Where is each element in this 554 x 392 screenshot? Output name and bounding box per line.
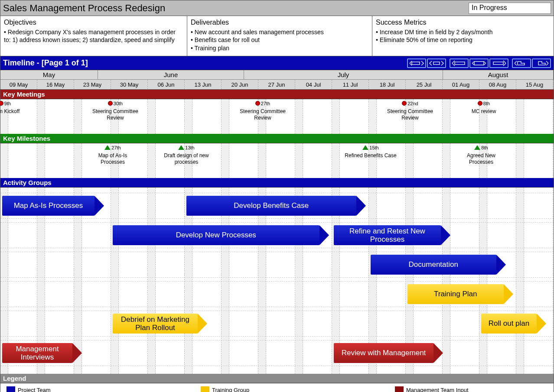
metrics-heading: Success Metrics — [376, 18, 550, 27]
meeting-marker[interactable]: 22ndSteering Committee Review — [384, 101, 436, 121]
milestone-triangle-icon — [104, 145, 111, 150]
milestone-date: 8th — [481, 145, 488, 151]
deliverables-item: • Benefits case for roll out — [191, 36, 368, 44]
zoom-out-icon[interactable] — [407, 58, 426, 68]
activity-label: Documentation — [406, 260, 461, 269]
page-prev-icon[interactable] — [512, 58, 531, 68]
dates-row: 09 May16 May23 May30 May06 Jun13 Jun20 J… — [0, 80, 554, 90]
meeting-label: Steering Committee Review — [237, 108, 289, 121]
legend-item: Training Group — [201, 386, 383, 392]
meeting-date: 22nd — [407, 101, 418, 107]
date-label: 27 Jun — [258, 80, 295, 89]
meeting-dot-icon — [478, 101, 482, 106]
activity-bar[interactable]: Debrief on Marketing Plan Rollout — [113, 314, 198, 334]
date-label: 15 Aug — [516, 80, 553, 89]
meeting-dot-icon — [255, 101, 260, 106]
objectives-heading: Objectives — [4, 18, 183, 27]
timeline-title: Timeline - [Page 1 of 1] — [3, 58, 407, 68]
activity-label: Review with Management — [339, 349, 429, 357]
activity-label: Roll out plan — [486, 319, 532, 328]
date-label: 01 Aug — [443, 80, 479, 89]
scroll-left-icon[interactable] — [450, 58, 469, 68]
milestone-marker[interactable]: 13thDraft design of new processes — [160, 145, 212, 165]
summary-panels: Objectives • Redesign Company X's sales … — [0, 16, 554, 56]
objectives-panel: Objectives • Redesign Company X's sales … — [0, 16, 187, 56]
activity-label: Develop New Processes — [173, 231, 259, 240]
deliverables-panel: Deliverables • New account and sales man… — [187, 16, 372, 56]
activity-row — [0, 340, 554, 366]
scroll-right-icon[interactable] — [489, 58, 508, 68]
activity-bar[interactable]: Review with Management — [334, 343, 433, 363]
deliverables-item: • New account and sales management proce… — [191, 28, 368, 36]
legend-swatch-icon — [7, 386, 15, 392]
fit-icon[interactable] — [469, 58, 489, 68]
activity-bar[interactable]: Develop Benefits Case — [186, 196, 356, 216]
date-label: 11 Jul — [332, 80, 369, 89]
meeting-label: Team Kickoff — [0, 108, 31, 115]
milestone-marker[interactable]: 8thAgreed New Processes — [455, 145, 507, 165]
milestones-header: Key Milestones — [0, 134, 554, 143]
milestone-date: 15th — [369, 145, 378, 151]
activity-bar[interactable]: Map As-Is Processes — [2, 196, 95, 216]
meeting-marker[interactable]: 9thTeam Kickoff — [0, 101, 31, 115]
meeting-marker[interactable]: 27thSteering Committee Review — [237, 101, 289, 121]
date-label: 09 May — [0, 80, 37, 89]
milestone-marker[interactable]: 15thRefined Benefits Case — [345, 145, 397, 159]
legend-label: Management Team Input — [406, 387, 469, 392]
milestone-triangle-icon — [178, 145, 184, 150]
metrics-item: • Eliminate 50% of time on reporting — [376, 36, 550, 44]
meetings-body: 9thTeam Kickoff30thSteering Committee Re… — [0, 99, 554, 134]
activity-label: Debrief on Marketing Plan Rollout — [113, 315, 198, 332]
legend-header: Legend — [0, 374, 554, 383]
milestones-body: 27thMap of As-Is Processes13thDraft desi… — [0, 143, 554, 178]
milestone-triangle-icon — [362, 145, 368, 150]
status-field[interactable]: In Progress — [469, 3, 551, 14]
legend-body: Project TeamTraining GroupManagement Tea… — [0, 383, 554, 392]
legend-item: Project Team — [7, 386, 189, 392]
activity-row — [0, 311, 554, 337]
legend-label: Training Group — [212, 387, 249, 392]
legend-swatch-icon — [395, 386, 404, 392]
objectives-text: • Redesign Company X's sales management … — [4, 28, 183, 45]
meeting-marker[interactable]: 30thSteering Committee Review — [89, 101, 141, 121]
meeting-marker[interactable]: 8thMC review — [458, 101, 510, 115]
date-label: 13 Jun — [185, 80, 222, 89]
zoom-in-icon[interactable] — [427, 58, 446, 68]
date-label: 20 Jun — [222, 80, 258, 89]
legend-swatch-icon — [201, 386, 209, 392]
activity-bar[interactable]: Develop New Processes — [113, 225, 319, 245]
activity-bar[interactable]: Roll out plan — [481, 314, 537, 334]
title-bar: Sales Management Process Redesign In Pro… — [0, 0, 554, 16]
activity-bar[interactable]: Management Interviews — [2, 343, 72, 363]
meeting-label: MC review — [458, 108, 510, 115]
date-label: 23 May — [74, 80, 111, 89]
milestone-triangle-icon — [474, 145, 480, 150]
page-next-icon[interactable] — [532, 58, 551, 68]
meeting-date: 27th — [261, 101, 270, 107]
milestone-marker[interactable]: 27thMap of As-Is Processes — [87, 145, 139, 165]
activity-bar[interactable]: Training Plan — [407, 284, 504, 304]
timeline-header: Timeline - [Page 1 of 1] — [0, 56, 554, 70]
meeting-dot-icon — [402, 101, 407, 106]
date-label: 04 Jul — [295, 80, 332, 89]
activity-header: Activity Groups — [0, 178, 554, 188]
page-title: Sales Management Process Redesign — [3, 3, 469, 14]
activity-bar[interactable]: Refine and Retest New Processes — [334, 225, 441, 245]
date-label: 06 Jun — [148, 80, 185, 89]
month-label: June — [98, 70, 244, 79]
meeting-date: 8th — [483, 101, 490, 107]
app-frame: Sales Management Process Redesign In Pro… — [0, 0, 554, 392]
activity-label: Training Plan — [431, 290, 480, 298]
meeting-label: Steering Committee Review — [384, 108, 436, 121]
legend-item: Management Team Input — [395, 386, 547, 392]
date-label: 30 May — [111, 80, 148, 89]
months-row: MayJuneJulyAugust — [0, 70, 554, 80]
meeting-date: 30th — [114, 101, 123, 107]
date-label: 08 Aug — [479, 80, 516, 89]
milestone-label: Map of As-Is Processes — [87, 152, 139, 165]
month-label: August — [443, 70, 554, 79]
milestone-date: 13th — [185, 145, 194, 151]
activity-bar[interactable]: Documentation — [371, 255, 496, 275]
meeting-dot-icon — [0, 101, 3, 106]
deliverables-item: • Training plan — [191, 44, 368, 52]
